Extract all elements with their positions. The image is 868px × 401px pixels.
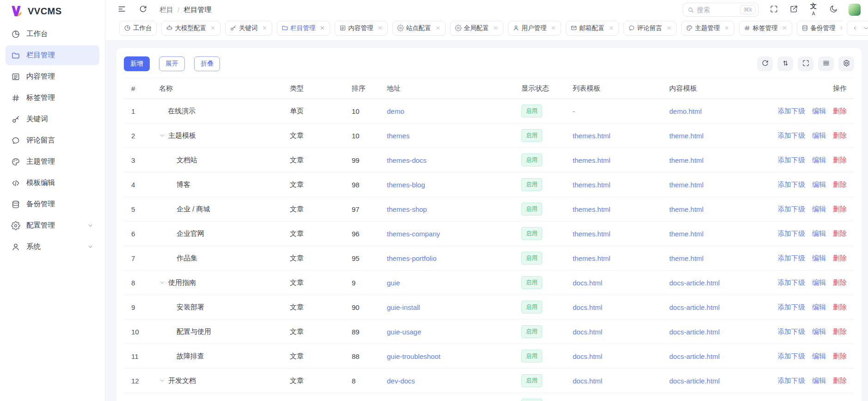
tabs-menu-button[interactable] [863,25,868,31]
add-child-action[interactable]: 添加下级 [778,131,805,140]
content-template-link[interactable]: theme.html [669,156,703,164]
delete-action[interactable]: 删除 [833,131,847,140]
list-template-link[interactable]: docs.html [573,279,602,287]
tab-comments[interactable]: 评论留言 [623,21,677,36]
sidebar-item-tags[interactable]: 标签管理 [6,88,99,108]
delete-action[interactable]: 删除 [833,303,847,312]
content-template-link[interactable]: docs-article.html [669,279,720,287]
tab-workbench[interactable]: 工作台 [119,21,157,36]
list-template-link[interactable]: themes.html [573,156,611,164]
tab-close-icon[interactable] [666,25,672,31]
column-slug-link[interactable]: guie-install [387,303,420,311]
column-slug-link[interactable]: themes-blog [387,181,425,189]
row-collapse-toggle[interactable] [159,132,165,139]
tab-themes[interactable]: 主题管理 [681,21,734,36]
edit-action[interactable]: 编辑 [812,156,826,165]
expand-all-button[interactable]: 展开 [159,56,185,71]
content-template-link[interactable]: docs-article.html [669,328,720,336]
content-template-link[interactable]: docs-article.html [669,303,720,311]
column-slug-link[interactable]: demo [387,107,404,115]
sidebar-item-keywords[interactable]: 关键词 [6,109,99,129]
add-child-action[interactable]: 添加下级 [778,107,805,116]
sidebar-item-backup[interactable]: 备份管理 [6,194,99,214]
delete-action[interactable]: 删除 [833,278,847,287]
delete-action[interactable]: 删除 [833,156,847,165]
column-slug-link[interactable]: guie-usage [387,328,421,336]
list-template-link[interactable]: themes.html [573,205,611,213]
list-template-link[interactable]: themes.html [573,230,611,238]
table-density-button[interactable] [818,56,834,71]
tab-global-config[interactable]: 全局配置 [450,21,503,36]
delete-action[interactable]: 删除 [833,229,847,238]
tabs-scroll-left-button[interactable] [852,25,858,31]
column-slug-link[interactable]: themes-company [387,230,440,238]
tab-keywords[interactable]: 关键词 [225,21,272,36]
add-child-action[interactable]: 添加下级 [778,376,805,385]
tab-backup[interactable]: 备份管理 [797,21,843,36]
add-child-action[interactable]: 添加下级 [778,156,805,165]
edit-action[interactable]: 编辑 [812,254,826,263]
add-child-action[interactable]: 添加下级 [778,229,805,238]
edit-action[interactable]: 编辑 [812,131,826,140]
delete-action[interactable]: 删除 [833,376,847,385]
column-slug-link[interactable]: themes [387,132,410,140]
sidebar-item-content[interactable]: 内容管理 [6,67,99,86]
sidebar-item-workbench[interactable]: 工作台 [6,24,99,44]
search-input[interactable] [697,6,737,13]
table-refresh-button[interactable] [757,56,773,71]
list-template-link[interactable]: themes.html [573,181,611,189]
tab-close-icon[interactable] [839,25,843,31]
breadcrumb-section[interactable]: 栏目 [159,6,173,14]
list-template-link[interactable]: docs.html [573,377,602,385]
delete-action[interactable]: 删除 [833,254,847,263]
content-template-link[interactable]: theme.html [669,132,703,140]
sidebar-item-config[interactable]: 配置管理 [6,216,99,235]
edit-action[interactable]: 编辑 [812,107,826,116]
delete-action[interactable]: 删除 [833,327,847,336]
table-settings-button[interactable] [838,56,854,71]
tab-mail-config[interactable]: 邮箱配置 [566,21,619,36]
list-template-link[interactable]: docs.html [573,352,602,360]
content-template-link[interactable]: theme.html [669,181,703,189]
page-refresh-button[interactable] [138,5,147,14]
list-template-link[interactable]: docs.html [573,303,602,311]
user-avatar[interactable] [849,4,861,16]
column-slug-link[interactable]: guie [387,279,400,287]
content-template-link[interactable]: docs-article.html [669,377,720,385]
edit-action[interactable]: 编辑 [812,180,826,189]
list-template-link[interactable]: themes.html [573,254,611,262]
language-button[interactable]: 文A [809,5,818,14]
tab-close-icon[interactable] [319,25,325,31]
edit-action[interactable]: 编辑 [812,327,826,336]
tab-site-config[interactable]: 站点配置 [392,21,446,36]
delete-action[interactable]: 删除 [833,352,847,361]
column-slug-link[interactable]: themes-shop [387,205,427,213]
content-template-link[interactable]: theme.html [669,230,703,238]
tab-close-icon[interactable] [210,25,216,31]
tab-close-icon[interactable] [608,25,614,31]
column-slug-link[interactable]: themes-portfolio [387,254,437,262]
edit-action[interactable]: 编辑 [812,303,826,312]
content-template-link[interactable]: theme.html [669,205,703,213]
column-slug-link[interactable]: themes-docs [387,156,427,164]
edit-action[interactable]: 编辑 [812,352,826,361]
add-child-action[interactable]: 添加下级 [778,254,805,263]
tab-close-icon[interactable] [435,25,441,31]
content-template-link[interactable]: theme.html [669,254,703,262]
add-child-action[interactable]: 添加下级 [778,180,805,189]
table-fullscreen-button[interactable] [798,56,813,71]
edit-action[interactable]: 编辑 [812,376,826,385]
tab-close-icon[interactable] [724,25,730,31]
tab-close-icon[interactable] [782,25,788,31]
tab-close-icon[interactable] [550,25,556,31]
tab-llm-config[interactable]: 大模型配置 [161,21,221,36]
tab-close-icon[interactable] [377,25,383,31]
edit-action[interactable]: 编辑 [812,205,826,214]
theme-toggle-button[interactable] [829,5,838,14]
global-search[interactable]: ⌘k [683,3,758,17]
list-template-link[interactable]: themes.html [573,132,611,140]
delete-action[interactable]: 删除 [833,107,847,116]
column-slug-link[interactable]: guie-troubleshoot [387,352,440,360]
sidebar-item-template-editor[interactable]: 模板编辑 [6,173,99,193]
add-child-action[interactable]: 添加下级 [778,278,805,287]
